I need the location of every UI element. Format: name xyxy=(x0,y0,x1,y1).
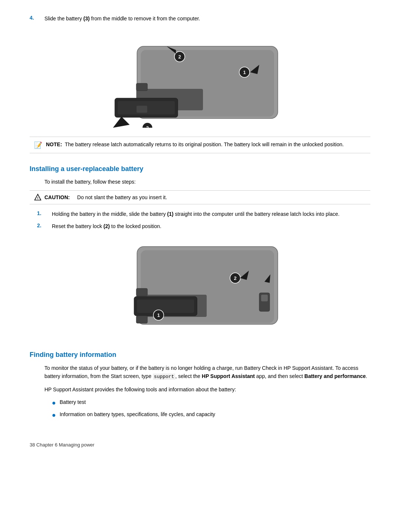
install-step-text-2: Reset the battery lock (2) to the locked… xyxy=(52,222,370,230)
bullet-list: ● Battery test ● Information on battery … xyxy=(52,398,370,420)
install-steps: 1. Holding the battery in the middle, sl… xyxy=(37,210,370,230)
note-box: 📝 NOTE: The battery release latch automa… xyxy=(30,137,370,153)
svg-rect-31 xyxy=(261,295,268,301)
svg-text:1: 1 xyxy=(243,70,246,75)
svg-rect-22 xyxy=(137,300,194,313)
install-step-2: 2. Reset the battery lock (2) to the loc… xyxy=(37,222,370,230)
note-icon: 📝 xyxy=(34,141,42,149)
step-4: 4. Slide the battery (3) from the middle… xyxy=(30,15,370,23)
removal-diagram-container: 3 1 2 xyxy=(30,31,370,128)
svg-rect-28 xyxy=(136,288,147,296)
removal-diagram: 3 1 2 xyxy=(104,31,296,128)
svg-text:1: 1 xyxy=(157,312,160,318)
bullet-item-2: ● Information on battery types, specific… xyxy=(52,411,370,420)
install-step-1: 1. Holding the battery in the middle, sl… xyxy=(37,210,370,218)
install-step-text-1: Holding the battery in the middle, slide… xyxy=(52,210,370,218)
svg-rect-14 xyxy=(136,83,147,91)
finding-para2: HP Support Assistant provides the follow… xyxy=(44,385,370,394)
svg-text:!: ! xyxy=(37,196,38,200)
finding-heading: Finding battery information xyxy=(30,351,370,359)
bullet-dot-2: ● xyxy=(52,411,56,420)
bullet-item-1: ● Battery test xyxy=(52,398,370,408)
caution-box: ! CAUTION: Do not slant the battery as y… xyxy=(30,190,370,204)
finding-section: Finding battery information To monitor t… xyxy=(30,351,370,420)
note-text: NOTE: The battery release latch automati… xyxy=(46,141,344,148)
step-number-4: 4. xyxy=(30,15,44,23)
bullet-text-2: Information on battery types, specificat… xyxy=(60,411,215,418)
bullet-dot-1: ● xyxy=(52,398,56,408)
installing-section: Installing a user-replaceable battery To… xyxy=(30,165,370,230)
install-step-number-1: 1. xyxy=(37,210,52,218)
svg-marker-7 xyxy=(113,117,130,128)
svg-rect-29 xyxy=(136,316,147,323)
footer-text: 38 Chapter 6 Managing power xyxy=(30,442,94,448)
installing-heading: Installing a user-replaceable battery xyxy=(30,165,370,173)
install-diagram: 1 2 xyxy=(104,239,296,339)
finding-para1: To monitor the status of your battery, o… xyxy=(44,364,370,381)
svg-rect-15 xyxy=(136,106,147,113)
step-text-4: Slide the battery (3) from the middle to… xyxy=(44,15,370,23)
svg-text:2: 2 xyxy=(178,54,181,60)
svg-text:3: 3 xyxy=(146,125,149,128)
install-step-number-2: 2. xyxy=(37,222,52,230)
install-diagram-container: 1 2 xyxy=(30,239,370,339)
footer: 38 Chapter 6 Managing power xyxy=(30,442,370,448)
installing-intro: To install the battery, follow these ste… xyxy=(44,178,370,186)
caution-icon: ! xyxy=(34,194,41,201)
svg-text:2: 2 xyxy=(234,275,236,281)
caution-text: Do not slant the battery as you insert i… xyxy=(77,194,167,200)
bullet-text-1: Battery test xyxy=(60,398,86,406)
caution-label: CAUTION: xyxy=(44,194,70,200)
